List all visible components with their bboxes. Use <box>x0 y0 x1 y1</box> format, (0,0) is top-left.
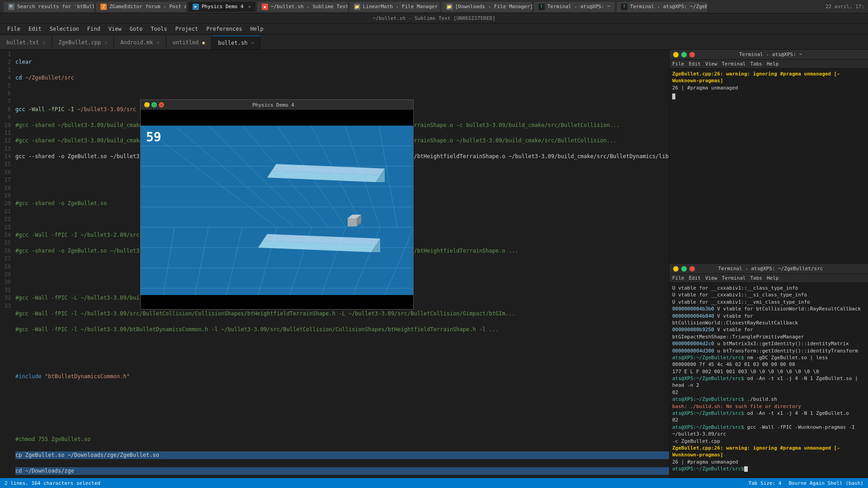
terminal-bottom-line-13: 02 <box>672 389 865 396</box>
menu-selection[interactable]: Selection <box>46 25 83 33</box>
terminal-top-minimize[interactable] <box>673 52 679 57</box>
status-bar: 2 lines, 164 characters selected Tab Siz… <box>0 478 868 488</box>
physics-canvas: 59 <box>141 110 413 309</box>
menu-view[interactable]: View <box>105 25 125 33</box>
status-shell: Bourne Again Shell (bash) <box>788 480 863 486</box>
terminal-bottom-menu-file[interactable]: File <box>672 275 684 281</box>
terminal-top-title: Terminal - ats@XPS: ~ <box>695 52 846 57</box>
physics-demo-titlebar: _ □ ✕ Physics Demo 4 <box>141 100 413 110</box>
browser-tab-linearmath[interactable]: 📁 LinearMath - File Manager <box>349 2 440 12</box>
browser-tab-physics[interactable]: ▶ Physics Demo 4 ✕ <box>188 2 255 12</box>
browser-tab-sublime-label: ~/bullet.sh - Sublime Text (U... <box>271 4 348 9</box>
terminal-bottom-line-4: 0000000004b3b0 V vtable for btCollisionW… <box>672 305 865 312</box>
terminal-top-menu-tabs[interactable]: Tabs <box>750 61 762 67</box>
editor-pane[interactable]: 12345 678910 1112131415 1617181920 21222… <box>0 50 669 478</box>
terminal-bottom-minimize[interactable] <box>673 266 679 272</box>
terminal-bottom-controls <box>673 266 695 272</box>
physics-favicon: ▶ <box>193 4 199 10</box>
app-title: ~/bullet.sh - Sublime Text [UNREGISTERED… <box>373 15 495 21</box>
menu-help[interactable]: Help <box>247 25 267 33</box>
svg-rect-2 <box>141 295 413 309</box>
date-display: 22 avril, 17: <box>826 4 864 9</box>
editor-tab-zgebullet-cpp-close[interactable]: ✕ <box>104 40 107 45</box>
menu-project[interactable]: Project <box>172 25 202 33</box>
terminal-top-line-1: ZgeBullet.cpp:26: warning: ignoring #pra… <box>672 70 865 84</box>
browser-tab-search-label: Search results for 'btBullet... <box>17 4 94 9</box>
menu-find[interactable]: Find <box>84 25 104 33</box>
menu-preferences[interactable]: Preferences <box>203 25 245 33</box>
menu-tools[interactable]: Tools <box>147 25 171 33</box>
terminal-bottom-close[interactable] <box>689 266 695 272</box>
terminal-top-body[interactable]: ZgeBullet.cpp:26: warning: ignoring #pra… <box>670 69 868 263</box>
editor-tab-android-mk[interactable]: Android.mk ✕ <box>114 36 166 49</box>
browser-tab-downloads[interactable]: 📁 [Downloads - File Manager] <box>442 2 532 12</box>
code-line-18: #gcc -Wall -fPIC -l ~/bullet3-3.09/btBul… <box>15 326 669 333</box>
terminal2-favicon: T <box>621 4 627 10</box>
terminal-top-menu-view[interactable]: View <box>705 61 717 67</box>
browser-tab-search[interactable]: 🔍 Search results for 'btBullet... <box>4 2 94 12</box>
terminal-top-menu-edit[interactable]: Edit <box>689 61 701 67</box>
status-left: 2 lines, 164 characters selected <box>5 480 100 486</box>
code-line-24 <box>15 420 669 427</box>
terminal-bottom-line-16: ats@XPS:~/ZgeBullet/src$ od -An -t x1 -j… <box>672 410 865 417</box>
right-panel: Terminal - ats@XPS: ~ File Edit View Ter… <box>669 50 868 478</box>
browser-tab-terminal2[interactable]: T Terminal - ats@XPS: ~/ZgeBu... <box>617 2 707 12</box>
editor-tab-untitled-label: untitled <box>173 39 199 46</box>
terminal-bottom-line-5: 0000000004b840 V vtable for btCollisionW… <box>672 313 865 327</box>
terminal-bottom-menu-tabs[interactable]: Tabs <box>750 275 762 281</box>
menu-file[interactable]: File <box>4 25 24 33</box>
linearmath-favicon: 📁 <box>354 4 360 10</box>
terminal-bottom-body[interactable]: U vtable for __cxxabiv1::__class_type_in… <box>670 283 868 478</box>
physics-minimize-button[interactable]: _ <box>144 102 150 108</box>
terminal-top-maximize[interactable] <box>681 52 687 57</box>
editor-tab-bullet-sh[interactable]: bullet.sh ✕ <box>212 36 260 49</box>
browser-tab-terminal1[interactable]: T Terminal - ats@XPS: ~ <box>534 2 615 12</box>
physics-maximize-button[interactable]: □ <box>151 102 157 108</box>
editor-tab-android-mk-close[interactable]: ✕ <box>156 40 159 45</box>
terminal-top-menu: File Edit View Terminal Tabs Help <box>670 60 868 69</box>
terminal-bottom-line-2: U vtable for __cxxabiv1::__si_class_type… <box>672 291 865 298</box>
browser-tab-downloads-label: [Downloads - File Manager] <box>455 4 532 9</box>
status-tab-size: Tab Size: 4 <box>749 480 782 486</box>
code-line-25: #chmod 755 ZgeBullet.so <box>15 436 669 443</box>
editor-tab-untitled[interactable]: untitled ● <box>166 36 212 49</box>
status-right: Tab Size: 4 Bourne Again Shell (bash) <box>749 480 863 486</box>
terminal-bottom-line-14: ats@XPS:~/ZgeBullet/src$ ./build.sh <box>672 396 865 403</box>
terminal-top-titlebar: Terminal - ats@XPS: ~ <box>670 50 868 60</box>
browser-tab-sublime[interactable]: ◆ ~/bullet.sh - Sublime Text (U... <box>257 2 348 12</box>
terminal-bottom-menu-edit[interactable]: Edit <box>689 275 701 281</box>
terminal-bottom-maximize[interactable] <box>681 266 687 272</box>
terminal-bottom-line-6: 000000000b9250 V vtable for btGImpactMes… <box>672 326 865 340</box>
editor-tab-bullet-txt[interactable]: bullet.txt ✕ <box>0 36 52 49</box>
physics-demo-window[interactable]: _ □ ✕ Physics Demo 4 <box>140 99 414 310</box>
editor-tabs: bullet.txt ✕ ZgeBullet.cpp ✕ Android.mk … <box>0 34 868 50</box>
terminal-bottom-line-18: ats@XPS:~/ZgeBullet/src$ gcc -Wall -fPIC… <box>672 424 865 438</box>
physics-close-button[interactable]: ✕ <box>159 102 164 108</box>
menu-edit[interactable]: Edit <box>25 25 45 33</box>
browser-tab-forum[interactable]: Z ZGameEditor forum - Post a ... <box>96 2 186 12</box>
terminal-top-menu-file[interactable]: File <box>672 61 684 67</box>
search-favicon: 🔍 <box>8 4 14 10</box>
terminal-top-menu-terminal[interactable]: Terminal <box>722 61 746 67</box>
code-line-22 <box>15 389 669 396</box>
editor-tab-bullet-txt-close[interactable]: ✕ <box>42 40 45 45</box>
terminal-top-line-2: 26 | #pragma unmanaged <box>672 84 865 91</box>
code-line-21: #include "btBulletDynamicsCommon.h" <box>15 373 669 380</box>
editor-tab-zgebullet-cpp-label: ZgeBullet.cpp <box>58 39 101 46</box>
menu-goto[interactable]: Goto <box>126 25 146 33</box>
app-titlebar: ~/bullet.sh - Sublime Text [UNREGISTERED… <box>0 14 868 23</box>
editor-tab-zgebullet-cpp[interactable]: ZgeBullet.cpp ✕ <box>52 36 114 49</box>
terminal-top-menu-help[interactable]: Help <box>767 61 779 67</box>
terminal-bottom-menu-terminal[interactable]: Terminal <box>722 275 746 281</box>
code-line-17: #gcc -Wall -fPIC -l ~/bullet3-3.09/src/B… <box>15 310 669 318</box>
browser-tab-physics-close[interactable]: ✕ <box>248 4 251 9</box>
editor-tab-bullet-sh-close[interactable]: ✕ <box>251 40 254 45</box>
terminal-bottom-menu-view[interactable]: View <box>705 275 717 281</box>
browser-tab-linearmath-label: LinearMath - File Manager <box>363 4 438 9</box>
terminal-bottom-line-1: U vtable for __cxxabiv1::__class_type_in… <box>672 285 865 291</box>
terminal-bottom-menu-help[interactable]: Help <box>767 275 779 281</box>
terminal-top-close[interactable] <box>689 52 695 57</box>
editor-tab-untitled-close[interactable]: ● <box>202 40 205 45</box>
terminal-bottom-line-23: ats@XPS:~/ZgeBullet/src$ <box>672 465 865 472</box>
svg-rect-35 <box>348 218 357 226</box>
